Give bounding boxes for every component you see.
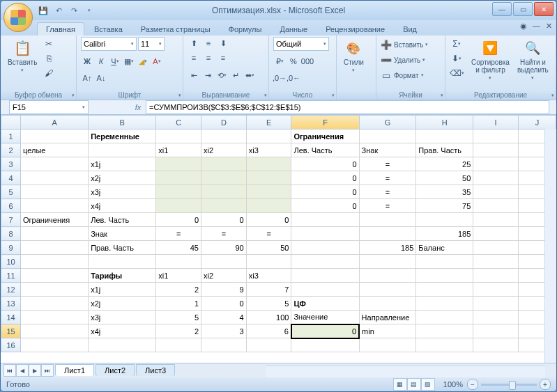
cell[interactable]: 45 (156, 241, 201, 255)
font-name-select[interactable]: Calibri▾ (81, 37, 137, 51)
maximize-button[interactable]: ▭ (513, 2, 533, 16)
cell[interactable]: Направление (359, 311, 416, 324)
cell[interactable] (21, 199, 89, 213)
cell[interactable]: x2j (89, 171, 156, 185)
cell[interactable]: Тарифы (89, 269, 156, 283)
cell[interactable]: xi1 (156, 143, 201, 157)
cell[interactable] (291, 255, 359, 269)
cell[interactable]: Переменные (89, 130, 156, 143)
cell[interactable] (246, 171, 291, 185)
cell[interactable] (246, 338, 291, 352)
cell[interactable] (291, 283, 359, 297)
cell[interactable] (473, 143, 519, 157)
cell[interactable]: x4j (89, 199, 156, 213)
cell[interactable] (359, 213, 416, 227)
cell[interactable] (416, 297, 473, 311)
cell[interactable] (246, 130, 291, 143)
cell[interactable] (416, 338, 473, 352)
cell[interactable] (359, 297, 416, 311)
cell[interactable] (201, 338, 247, 352)
cell[interactable] (359, 227, 416, 241)
zoom-level[interactable]: 100% (443, 380, 463, 389)
cell[interactable]: 9 (201, 283, 247, 297)
cell[interactable]: Прав. Часть (89, 241, 156, 255)
ribbon-tab[interactable]: Формулы (220, 23, 270, 36)
cell[interactable]: 50 (416, 171, 473, 185)
cell[interactable] (416, 324, 473, 338)
cell[interactable]: = (156, 227, 201, 241)
align-bottom-icon[interactable]: ⬇ (217, 37, 229, 49)
merge-icon[interactable]: ⬌▾ (243, 69, 256, 81)
cell[interactable] (156, 130, 201, 143)
cell[interactable] (473, 241, 519, 255)
horizontal-scrollbar[interactable] (266, 366, 545, 377)
orientation-icon[interactable]: ⟲▾ (215, 69, 228, 81)
cell[interactable] (21, 185, 89, 199)
cell[interactable]: 2 (156, 283, 201, 297)
cell[interactable]: Лев. Часть (291, 143, 359, 157)
normal-view-icon[interactable]: ▦ (393, 378, 407, 391)
zoom-in-button[interactable]: + (540, 379, 551, 390)
cell[interactable] (291, 269, 359, 283)
cell[interactable] (473, 311, 519, 324)
cell[interactable] (473, 227, 519, 241)
row-header[interactable]: 7 (1, 213, 21, 227)
cell[interactable]: целые (21, 143, 89, 157)
cell[interactable]: Знак (359, 143, 416, 157)
ribbon-tab[interactable]: Рецензирование (317, 23, 393, 36)
row-header[interactable]: 12 (1, 283, 21, 297)
help-icon[interactable]: ◉ (520, 22, 527, 31)
cell[interactable]: Прав. Часть (416, 143, 473, 157)
cell[interactable] (291, 338, 359, 352)
cell[interactable] (246, 199, 291, 213)
sheet-tab[interactable]: Лист2 (96, 364, 135, 376)
row-header[interactable]: 5 (1, 185, 21, 199)
zoom-slider[interactable] (481, 384, 537, 386)
row-header[interactable]: 9 (1, 241, 21, 255)
cell[interactable] (21, 255, 89, 269)
cell[interactable]: 90 (201, 241, 247, 255)
cell[interactable] (473, 185, 519, 199)
cell[interactable]: Ограничения (21, 213, 89, 227)
sort-filter-button[interactable]: 🔽 Сортировка и фильтр ▾ (468, 37, 512, 83)
cell[interactable]: 0 (246, 213, 291, 227)
decrease-indent-icon[interactable]: ⇤ (188, 69, 200, 81)
autosum-icon[interactable]: Σ▾ (450, 37, 464, 51)
percent-icon[interactable]: % (287, 55, 300, 68)
number-format-select[interactable]: Общий▾ (273, 37, 329, 51)
cell[interactable] (473, 171, 519, 185)
cell[interactable]: Знак (89, 227, 156, 241)
cell[interactable]: 5 (246, 297, 291, 311)
row-header[interactable]: 2 (1, 143, 21, 157)
cell[interactable] (201, 255, 247, 269)
first-sheet-icon[interactable]: ⏮ (3, 364, 16, 377)
cell[interactable]: = (359, 157, 416, 171)
ribbon-tab[interactable]: Вставка (86, 23, 131, 36)
fx-icon[interactable]: fx (130, 103, 146, 111)
cell[interactable] (21, 241, 89, 255)
cell[interactable]: x3j (89, 185, 156, 199)
cell[interactable] (473, 324, 519, 338)
cell[interactable]: xi3 (246, 143, 291, 157)
cell[interactable] (416, 283, 473, 297)
qat-redo-icon[interactable]: ↷ (68, 4, 80, 17)
ribbon-tab[interactable]: Разметка страницы (132, 23, 219, 36)
cell[interactable]: 0 (201, 297, 247, 311)
worksheet-grid[interactable]: ABCDEFGHIJ1ПеременныеОграничения2целыеxi… (1, 115, 556, 363)
cell[interactable]: x1j (89, 157, 156, 171)
row-header[interactable]: 4 (1, 171, 21, 185)
cell[interactable] (21, 297, 89, 311)
cell[interactable] (21, 338, 89, 352)
cell[interactable] (359, 269, 416, 283)
cell[interactable]: xi3 (246, 269, 291, 283)
cell[interactable]: = (359, 199, 416, 213)
cell[interactable] (201, 199, 247, 213)
column-header[interactable]: B (89, 116, 156, 130)
office-button[interactable] (3, 3, 33, 32)
cell[interactable] (359, 255, 416, 269)
cell[interactable]: x3j (89, 311, 156, 324)
clear-icon[interactable]: ⌫▾ (450, 66, 464, 80)
cell[interactable]: 3 (201, 324, 247, 338)
cell[interactable]: x4j (89, 324, 156, 338)
cell[interactable] (359, 130, 416, 143)
